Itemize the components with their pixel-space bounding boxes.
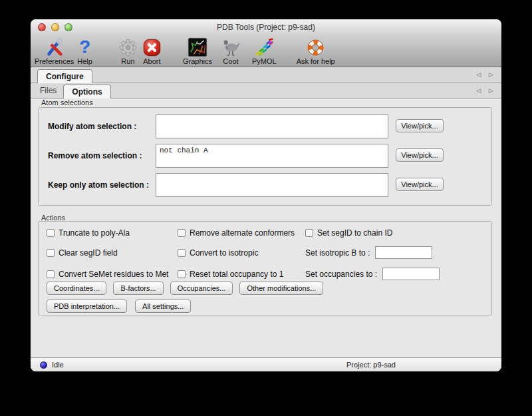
- tab-files[interactable]: Files: [33, 83, 63, 98]
- checkbox-remove-alternate-conformers[interactable]: Remove alternate conformers: [178, 228, 305, 238]
- coot-button[interactable]: Coot: [220, 37, 241, 65]
- modify-selection-input[interactable]: [156, 114, 388, 138]
- checkbox-label: Clear segID field: [59, 248, 118, 258]
- question-icon: ?: [79, 37, 90, 57]
- tab-scroll-left-icon[interactable]: ◁: [476, 87, 481, 95]
- coordinates-button[interactable]: Coordinates...: [47, 282, 106, 295]
- atom-selections-group-label: Atom selections: [41, 99, 93, 106]
- tab-options[interactable]: Options: [63, 85, 110, 99]
- set-isotropic-b-field: Set isotropic B to :: [305, 246, 440, 259]
- toolbar-item-label: PyMOL: [252, 57, 277, 65]
- remove-selection-input[interactable]: not chain A: [156, 144, 388, 168]
- tab-scroll-right-icon[interactable]: ▷: [489, 87, 493, 95]
- lifebuoy-icon: [306, 37, 325, 57]
- set-isotropic-b-label: Set isotropic B to :: [305, 248, 370, 258]
- remove-selection-row: Remove atom selection : not chain A View…: [39, 144, 491, 168]
- preferences-button[interactable]: Preferences: [35, 37, 74, 65]
- checkbox-label: Remove alternate conformers: [190, 228, 295, 238]
- pymol-button[interactable]: PyMOL: [252, 37, 277, 65]
- checkbox-label: Reset total occupancy to 1: [190, 270, 283, 279]
- coot-bird-icon: [220, 37, 241, 57]
- gear-icon: [118, 37, 138, 57]
- remove-selection-label: Remove atom selection :: [48, 144, 142, 168]
- checkbox-label: Convert SeMet residues to Met: [59, 270, 168, 279]
- tab-scroll-arrows: ◁ ▷: [476, 87, 493, 95]
- checkbox-box: [305, 229, 313, 237]
- other-modifications-button[interactable]: Other modifications...: [239, 282, 323, 295]
- set-occupancies-field: Set occupancies to :: [305, 268, 440, 280]
- pymol-ribbon-icon: [254, 37, 274, 57]
- set-isotropic-b-input[interactable]: [375, 246, 432, 259]
- checkbox-clear-segid-field[interactable]: Clear segID field: [47, 248, 178, 258]
- keep-only-selection-row: Keep only atom selection : View/pick...: [39, 173, 491, 197]
- toolbar-item-label: Help: [77, 57, 92, 65]
- actions-button-row-2: PDB interpretation... All settings...: [47, 300, 191, 313]
- status-dot-icon: [40, 361, 47, 369]
- tab-scroll-left-icon[interactable]: ◁: [476, 71, 481, 79]
- pdb-interpretation-button[interactable]: PDB interpretation...: [47, 300, 127, 313]
- traffic-lights: [38, 23, 72, 31]
- checkbox-truncate-poly-ala[interactable]: Truncate to poly-Ala: [47, 228, 178, 238]
- tab-scroll-right-icon[interactable]: ▷: [489, 71, 493, 79]
- checkbox-set-segid-to-chain-id[interactable]: Set segID to chain ID: [305, 228, 440, 238]
- set-occupancies-label: Set occupancies to :: [305, 270, 377, 279]
- checkbox-reset-total-occupancy[interactable]: Reset total occupancy to 1: [178, 270, 305, 279]
- checkbox-label: Convert to isotropic: [190, 248, 258, 258]
- modify-view-pick-button[interactable]: View/pick...: [396, 119, 444, 132]
- checkbox-box: [178, 270, 186, 278]
- keep-only-view-pick-button[interactable]: View/pick...: [396, 178, 444, 191]
- actions-checkbox-grid: Truncate to poly-Ala Remove alternate co…: [47, 228, 440, 280]
- keep-only-selection-input[interactable]: [156, 173, 388, 197]
- toolbar-item-label: Run: [121, 57, 134, 65]
- actions-button-row-1: Coordinates... B-factors... Occupancies.…: [47, 282, 323, 295]
- keep-only-selection-label: Keep only atom selection :: [48, 173, 149, 197]
- modify-selection-label: Modify atom selection :: [48, 114, 136, 138]
- tools-icon: [45, 37, 65, 57]
- set-occupancies-input[interactable]: [382, 268, 440, 280]
- title-bar: PDB Tools (Project: p9-sad): [31, 19, 501, 35]
- toolbar-item-label: Preferences: [35, 57, 74, 65]
- status-text: Idle: [52, 361, 64, 369]
- graphics-button[interactable]: Graphics: [183, 37, 212, 65]
- remove-view-pick-button[interactable]: View/pick...: [396, 148, 444, 162]
- toolbar-item-label: Graphics: [183, 57, 212, 65]
- inner-tab-bar: Files Options ◁ ▷: [31, 83, 501, 99]
- checkbox-box: [47, 249, 55, 257]
- toolbar: Preferences ? Help Run: [31, 35, 501, 67]
- occupancies-button[interactable]: Occupancies...: [170, 282, 233, 295]
- atom-selections-group: Modify atom selection : View/pick... Rem…: [38, 107, 492, 206]
- checkbox-box: [47, 270, 55, 278]
- b-factors-button[interactable]: B-factors...: [113, 282, 163, 295]
- help-button[interactable]: ? Help: [77, 37, 92, 65]
- checkbox-convert-semet-to-met[interactable]: Convert SeMet residues to Met: [47, 270, 178, 279]
- modify-selection-row: Modify atom selection : View/pick...: [39, 114, 491, 138]
- tab-scroll-arrows: ◁ ▷: [476, 71, 493, 79]
- outer-tab-bar: Configure ◁ ▷: [31, 67, 501, 83]
- checkbox-box: [47, 229, 55, 237]
- checkbox-box: [178, 229, 186, 237]
- toolbar-item-label: Ask for help: [297, 57, 335, 65]
- minimize-button[interactable]: [51, 23, 59, 31]
- toolbar-item-label: Coot: [223, 57, 238, 65]
- molecule-graphics-icon: [188, 37, 207, 57]
- checkbox-label: Truncate to poly-Ala: [59, 228, 130, 238]
- all-settings-button[interactable]: All settings...: [135, 300, 191, 313]
- actions-group: Truncate to poly-Ala Remove alternate co…: [38, 221, 492, 315]
- checkbox-label: Set segID to chain ID: [317, 228, 392, 238]
- status-bar: Idle Project: p9-sad: [31, 357, 501, 371]
- tab-configure[interactable]: Configure: [37, 69, 92, 83]
- toolbar-item-label: Abort: [143, 57, 160, 65]
- abort-button[interactable]: Abort: [142, 37, 162, 65]
- pdb-tools-window: PDB Tools (Project: p9-sad) Preferences …: [31, 19, 501, 371]
- checkbox-convert-to-isotropic[interactable]: Convert to isotropic: [178, 248, 305, 258]
- run-button[interactable]: Run: [118, 37, 138, 65]
- zoom-button[interactable]: [65, 23, 72, 31]
- window-title: PDB Tools (Project: p9-sad): [217, 23, 315, 32]
- project-label: Project: p9-sad: [346, 361, 396, 369]
- close-button[interactable]: [38, 23, 46, 31]
- checkbox-box: [178, 249, 186, 257]
- abort-x-icon: [142, 37, 162, 57]
- ask-for-help-button[interactable]: Ask for help: [297, 37, 335, 65]
